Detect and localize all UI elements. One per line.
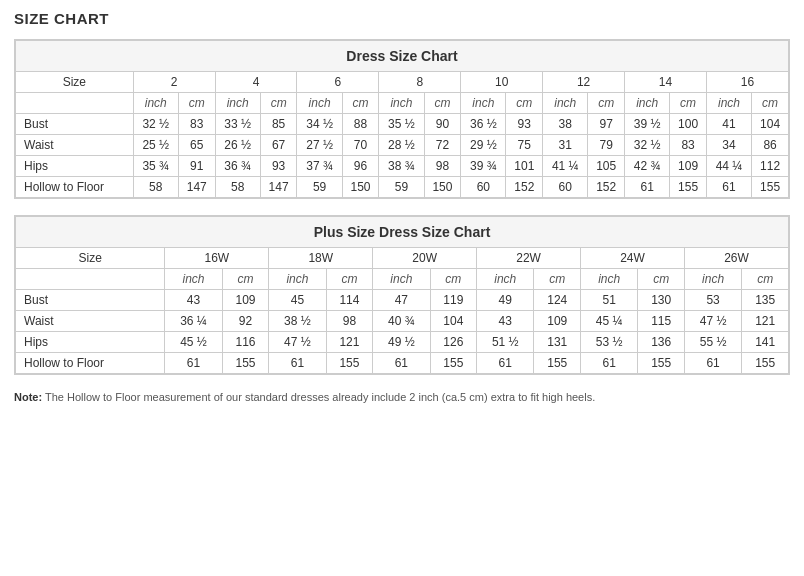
cell-cm: 150 xyxy=(342,177,379,198)
row-label: Hips xyxy=(16,156,134,177)
plus-unit-cm-18w: cm xyxy=(326,269,373,290)
cell-inch: 47 ½ xyxy=(269,332,326,353)
table-row: Hollow to Floor6115561155611556115561155… xyxy=(16,353,789,374)
table-row: Hips35 ¾9136 ¾9337 ¾9638 ¾9839 ¾10141 ¼1… xyxy=(16,156,789,177)
plus-size-26w: 26W xyxy=(684,248,788,269)
cell-cm: 85 xyxy=(260,114,297,135)
cell-inch: 38 ¾ xyxy=(379,156,424,177)
dress-size-4: 4 xyxy=(215,72,297,93)
cell-cm: 135 xyxy=(742,290,789,311)
dress-unit-cm-6: cm xyxy=(342,93,379,114)
dress-size-chart: Dress Size Chart Size 2 4 6 8 10 12 14 1… xyxy=(14,39,790,199)
cell-cm: 75 xyxy=(506,135,543,156)
cell-inch: 49 xyxy=(477,290,534,311)
cell-cm: 114 xyxy=(326,290,373,311)
cell-cm: 115 xyxy=(638,311,685,332)
cell-inch: 26 ½ xyxy=(215,135,260,156)
table-row: Bust431094511447119491245113053135 xyxy=(16,290,789,311)
cell-cm: 79 xyxy=(588,135,625,156)
cell-inch: 33 ½ xyxy=(215,114,260,135)
row-label: Bust xyxy=(16,114,134,135)
dress-unit-cm-14: cm xyxy=(670,93,707,114)
cell-inch: 61 xyxy=(477,353,534,374)
cell-inch: 36 ¼ xyxy=(165,311,222,332)
cell-cm: 130 xyxy=(638,290,685,311)
cell-inch: 51 xyxy=(581,290,638,311)
table-row: Bust32 ½8333 ½8534 ½8835 ½9036 ½93389739… xyxy=(16,114,789,135)
cell-cm: 93 xyxy=(506,114,543,135)
plus-size-24w: 24W xyxy=(581,248,685,269)
plus-unit-inch-16w: inch xyxy=(165,269,222,290)
dress-unit-cm-4: cm xyxy=(260,93,297,114)
dress-unit-cm-16: cm xyxy=(752,93,789,114)
row-label: Hips xyxy=(16,332,165,353)
cell-cm: 101 xyxy=(506,156,543,177)
dress-size-10: 10 xyxy=(461,72,543,93)
cell-inch: 61 xyxy=(269,353,326,374)
cell-inch: 45 ½ xyxy=(165,332,222,353)
dress-unit-cm-8: cm xyxy=(424,93,461,114)
plus-unit-inch-18w: inch xyxy=(269,269,326,290)
dress-unit-cm-12: cm xyxy=(588,93,625,114)
plus-size-18w: 18W xyxy=(269,248,373,269)
cell-cm: 150 xyxy=(424,177,461,198)
cell-cm: 155 xyxy=(534,353,581,374)
cell-inch: 61 xyxy=(373,353,430,374)
cell-cm: 100 xyxy=(670,114,707,135)
cell-cm: 121 xyxy=(326,332,373,353)
plus-size-22w: 22W xyxy=(477,248,581,269)
cell-inch: 42 ¾ xyxy=(625,156,670,177)
dress-unit-inch-8: inch xyxy=(379,93,424,114)
cell-inch: 61 xyxy=(581,353,638,374)
cell-inch: 27 ½ xyxy=(297,135,342,156)
cell-cm: 90 xyxy=(424,114,461,135)
cell-inch: 36 ¾ xyxy=(215,156,260,177)
cell-inch: 29 ½ xyxy=(461,135,506,156)
row-label: Hollow to Floor xyxy=(16,177,134,198)
cell-inch: 41 xyxy=(706,114,751,135)
note-content: The Hollow to Floor measurement of our s… xyxy=(45,391,595,403)
dress-size-table: Dress Size Chart Size 2 4 6 8 10 12 14 1… xyxy=(15,40,789,198)
cell-cm: 119 xyxy=(430,290,477,311)
dress-size-14: 14 xyxy=(625,72,707,93)
cell-inch: 28 ½ xyxy=(379,135,424,156)
cell-inch: 53 ½ xyxy=(581,332,638,353)
dress-unit-cm-10: cm xyxy=(506,93,543,114)
table-row: Waist36 ¼9238 ½9840 ¾1044310945 ¼11547 ½… xyxy=(16,311,789,332)
cell-cm: 83 xyxy=(178,114,215,135)
dress-size-8: 8 xyxy=(379,72,461,93)
cell-inch: 53 xyxy=(684,290,741,311)
cell-inch: 32 ½ xyxy=(625,135,670,156)
dress-unit-inch-12: inch xyxy=(543,93,588,114)
cell-inch: 49 ½ xyxy=(373,332,430,353)
cell-inch: 31 xyxy=(543,135,588,156)
cell-inch: 44 ¼ xyxy=(706,156,751,177)
cell-cm: 155 xyxy=(752,177,789,198)
cell-cm: 136 xyxy=(638,332,685,353)
cell-inch: 37 ¾ xyxy=(297,156,342,177)
cell-cm: 126 xyxy=(430,332,477,353)
plus-unit-cm-16w: cm xyxy=(222,269,269,290)
cell-cm: 147 xyxy=(178,177,215,198)
plus-size-table: Plus Size Dress Size Chart Size 16W 18W … xyxy=(15,216,789,374)
plus-size-chart: Plus Size Dress Size Chart Size 16W 18W … xyxy=(14,215,790,375)
cell-cm: 155 xyxy=(670,177,707,198)
cell-inch: 36 ½ xyxy=(461,114,506,135)
row-label: Waist xyxy=(16,135,134,156)
cell-inch: 34 ½ xyxy=(297,114,342,135)
cell-inch: 39 ¾ xyxy=(461,156,506,177)
cell-cm: 67 xyxy=(260,135,297,156)
plus-unit-cm-22w: cm xyxy=(534,269,581,290)
cell-inch: 35 ¾ xyxy=(133,156,178,177)
cell-cm: 155 xyxy=(742,353,789,374)
plus-unit-cm-24w: cm xyxy=(638,269,685,290)
cell-inch: 59 xyxy=(379,177,424,198)
cell-inch: 41 ¼ xyxy=(543,156,588,177)
cell-inch: 47 ½ xyxy=(684,311,741,332)
plus-unit-cm-26w: cm xyxy=(742,269,789,290)
cell-inch: 25 ½ xyxy=(133,135,178,156)
cell-cm: 70 xyxy=(342,135,379,156)
plus-size-20w: 20W xyxy=(373,248,477,269)
cell-inch: 38 ½ xyxy=(269,311,326,332)
dress-unit-cm-2: cm xyxy=(178,93,215,114)
